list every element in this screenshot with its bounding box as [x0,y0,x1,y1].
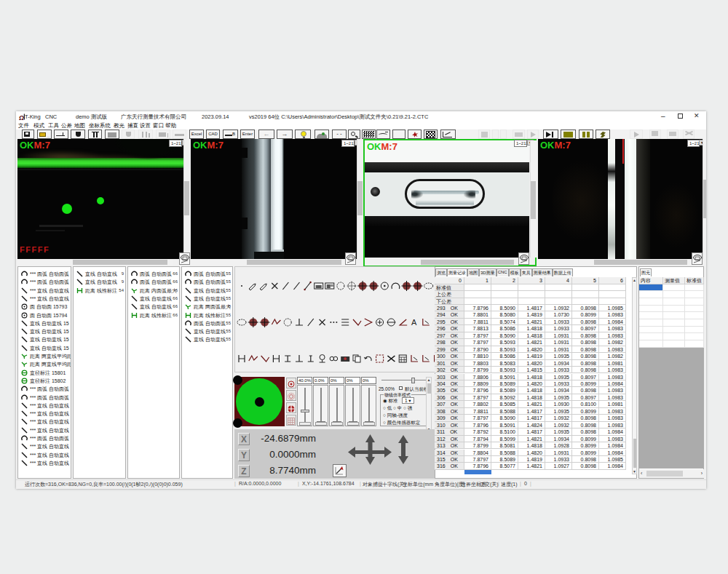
svg-text:Ω: Ω [19,114,24,121]
svg-text:A: A [411,318,417,327]
